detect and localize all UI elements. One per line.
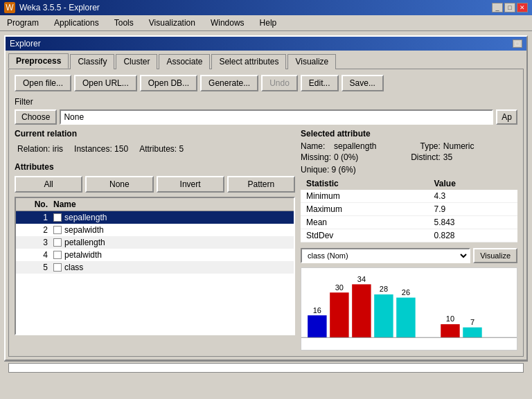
attr-buttons: All None Invert Pattern	[15, 176, 295, 193]
stat-row: StdDev 0.828	[301, 229, 517, 242]
class-select[interactable]: class (Nom)	[301, 248, 470, 263]
hist-bar-6	[441, 324, 459, 337]
table-row[interactable]: 4 petalwidth	[16, 249, 294, 261]
explorer-panel: Explorer □ Preprocess Classify Cluster A…	[4, 35, 528, 361]
stat-value: 7.9	[429, 203, 517, 216]
table-row[interactable]: 5 class	[16, 261, 294, 274]
invert-button[interactable]: Invert	[157, 176, 224, 193]
stat-name: StdDev	[301, 229, 429, 242]
maximize-button[interactable]: □	[504, 3, 515, 12]
row-name: sepallength	[53, 213, 291, 222]
missing-value: 0 (0%)	[334, 152, 408, 162]
left-panel: Current relation Relation: iris Instance…	[15, 129, 295, 351]
close-button[interactable]: ✕	[517, 3, 528, 12]
stat-name: Mean	[301, 216, 429, 229]
menu-help[interactable]: Help	[256, 17, 281, 29]
status-bar	[4, 361, 528, 375]
relation-info: Relation: iris Instances: 150 Attributes…	[15, 141, 295, 157]
row-name: sepalwidth	[53, 225, 291, 235]
distinct-value: 35	[443, 152, 517, 162]
stat-row: Maximum 7.9	[301, 203, 517, 216]
row-num: 2	[19, 225, 53, 235]
window-body: Explorer □ Preprocess Classify Cluster A…	[0, 31, 532, 379]
row-label: sepallength	[64, 213, 107, 222]
open-db-button[interactable]: Open DB...	[140, 75, 197, 91]
undo-button[interactable]: Undo	[261, 75, 298, 91]
col-no: No.	[19, 200, 53, 209]
unique-row: Unique: 9 (6%)	[301, 165, 517, 175]
table-row[interactable]: 2 sepalwidth	[16, 224, 294, 236]
row-checkbox[interactable]	[53, 263, 62, 272]
instances-label: Instances:	[74, 144, 112, 154]
type-value: Numeric	[443, 141, 517, 151]
menu-applications[interactable]: Applications	[50, 17, 103, 29]
row-checkbox[interactable]	[53, 226, 62, 234]
relation-value: iris	[53, 144, 63, 154]
menu-tools[interactable]: Tools	[110, 17, 138, 29]
distinct-label: Distinct:	[411, 152, 441, 162]
selected-attr-title: Selected attribute	[301, 129, 517, 139]
hist-bar-5	[396, 298, 415, 338]
tab-visualize[interactable]: Visualize	[287, 54, 336, 69]
right-panel: Selected attribute Name: sepallength Typ…	[301, 129, 517, 351]
histogram-svg: 16 30 34 28 26	[301, 268, 517, 351]
instances-value: 150	[114, 144, 128, 154]
attr-info: Name: sepallength Type: Numeric Missing:…	[301, 141, 517, 162]
col-name: Name	[53, 200, 291, 209]
attributes-info: Attributes: 5	[139, 144, 184, 154]
row-checkbox[interactable]	[53, 251, 62, 259]
stats-col-stat: Statistic	[301, 177, 429, 190]
hist-label-6: 10	[446, 314, 454, 323]
current-relation-title: Current relation	[15, 129, 295, 139]
minimize-button[interactable]: _	[492, 3, 503, 12]
instances-info: Instances: 150	[74, 144, 128, 154]
row-num: 4	[19, 250, 53, 260]
explorer-title-bar: Explorer □	[6, 37, 526, 51]
tab-select-attributes[interactable]: Select attributes	[211, 54, 286, 69]
explorer-restore-button[interactable]: □	[513, 39, 522, 48]
open-url-button[interactable]: Open URL...	[74, 75, 137, 91]
row-checkbox[interactable]	[53, 238, 62, 247]
row-label: petalwidth	[64, 250, 102, 260]
pattern-button[interactable]: Pattern	[227, 176, 295, 193]
tab-classify[interactable]: Classify	[70, 54, 114, 69]
tab-preprocess[interactable]: Preprocess	[8, 53, 69, 69]
current-relation-box: Current relation Relation: iris Instance…	[15, 129, 295, 157]
open-file-button[interactable]: Open file...	[15, 75, 71, 91]
menu-program[interactable]: Program	[3, 17, 43, 29]
all-button[interactable]: All	[15, 176, 82, 193]
row-checkbox[interactable]	[53, 213, 62, 222]
unique-label: Unique:	[301, 165, 329, 175]
relation-name: Relation: iris	[17, 144, 63, 154]
filter-row: Choose None Ap	[15, 109, 517, 125]
generate-button[interactable]: Generate...	[200, 75, 258, 91]
row-num: 3	[19, 238, 53, 247]
table-row[interactable]: 1 sepallength	[16, 211, 294, 224]
edit-button[interactable]: Edit...	[301, 75, 339, 91]
tab-associate[interactable]: Associate	[159, 54, 210, 69]
relation-label: Relation:	[17, 144, 50, 154]
stat-value: 0.828	[429, 229, 517, 242]
save-button[interactable]: Save...	[342, 75, 384, 91]
apply-button[interactable]: Ap	[496, 109, 517, 125]
filter-label: Filter	[15, 97, 517, 107]
app-title: Weka 3.5.5 - Explorer	[19, 3, 100, 12]
menu-visualization[interactable]: Visualization	[145, 17, 200, 29]
hist-label-4: 28	[380, 285, 388, 293]
title-bar: W Weka 3.5.5 - Explorer _ □ ✕	[0, 0, 532, 15]
hist-bar-3	[352, 284, 371, 337]
visualize-button[interactable]: Visualize	[473, 248, 517, 263]
table-row[interactable]: 3 petallength	[16, 236, 294, 249]
attributes-table: No. Name 1 sepallength	[15, 197, 295, 335]
menu-windows[interactable]: Windows	[206, 17, 249, 29]
choose-button[interactable]: Choose	[15, 109, 57, 125]
none-button[interactable]: None	[85, 176, 153, 193]
tab-cluster[interactable]: Cluster	[116, 54, 157, 69]
row-name: class	[53, 263, 291, 272]
row-name: petallength	[53, 238, 291, 247]
stats-tbody: Minimum 4.3 Maximum 7.9 Mean 5.843	[301, 190, 517, 242]
filter-value: None	[60, 109, 493, 125]
title-bar-left: W Weka 3.5.5 - Explorer	[4, 2, 100, 13]
hist-label-5: 26	[402, 288, 410, 296]
tab-content: Open file... Open URL... Open DB... Gene…	[8, 69, 524, 357]
